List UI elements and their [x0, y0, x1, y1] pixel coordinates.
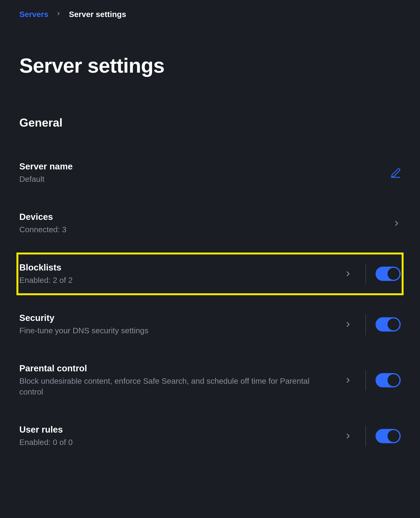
divider [366, 314, 366, 335]
parental-control-label: Parental control [19, 363, 335, 373]
security-label: Security [19, 313, 335, 323]
row-security: Security Fine-tune your DNS security set… [17, 304, 403, 345]
blocklists-value: Enabled: 2 of 2 [19, 275, 335, 286]
row-body[interactable]: Blocklists Enabled: 2 of 2 [19, 262, 335, 286]
row-body[interactable]: Parental control Block undesirable conte… [19, 363, 335, 397]
row-user-rules: User rules Enabled: 0 of 0 [17, 416, 403, 456]
server-name-value: Default [19, 174, 383, 185]
chevron-right-icon [344, 432, 352, 440]
row-parental-control: Parental control Block undesirable conte… [17, 354, 403, 406]
chevron-right-icon [344, 376, 352, 384]
blocklists-label: Blocklists [19, 262, 335, 273]
row-blocklists: Blocklists Enabled: 2 of 2 [17, 253, 403, 294]
chevron-right-icon [393, 219, 401, 227]
blocklists-toggle[interactable] [375, 267, 401, 281]
row-devices[interactable]: Devices Connected: 3 [17, 203, 403, 244]
server-name-label: Server name [19, 161, 383, 171]
security-toggle[interactable] [375, 317, 401, 332]
parental-control-nav[interactable] [342, 376, 354, 384]
row-body[interactable]: User rules Enabled: 0 of 0 [19, 424, 335, 448]
divider [366, 263, 366, 284]
user-rules-toggle[interactable] [375, 429, 401, 443]
divider [366, 425, 366, 447]
section-general-title: General [19, 116, 401, 129]
row-body: Server name Default [19, 161, 383, 185]
chevron-right-icon [344, 320, 352, 328]
pencil-icon [391, 168, 401, 178]
chevron-right-icon [344, 270, 352, 278]
breadcrumb: Servers Server settings [19, 10, 401, 19]
devices-label: Devices [19, 212, 385, 222]
row-body[interactable]: Security Fine-tune your DNS security set… [19, 313, 335, 336]
row-server-name: Server name Default [17, 152, 403, 193]
security-nav[interactable] [342, 320, 354, 328]
devices-value: Connected: 3 [19, 224, 385, 235]
parental-control-value: Block undesirable content, enforce Safe … [19, 376, 335, 397]
user-rules-label: User rules [19, 424, 335, 435]
blocklists-nav[interactable] [342, 270, 354, 278]
parental-control-toggle[interactable] [375, 373, 401, 387]
edit-server-name-button[interactable] [391, 168, 401, 178]
user-rules-value: Enabled: 0 of 0 [19, 437, 335, 448]
breadcrumb-current: Server settings [69, 10, 126, 19]
row-body: Devices Connected: 3 [19, 212, 385, 235]
security-value: Fine-tune your DNS security settings [19, 325, 335, 336]
user-rules-nav[interactable] [342, 432, 354, 440]
divider [366, 370, 366, 391]
breadcrumb-servers-link[interactable]: Servers [19, 10, 48, 19]
chevron-right-icon [56, 10, 61, 19]
page-title: Server settings [19, 54, 401, 77]
